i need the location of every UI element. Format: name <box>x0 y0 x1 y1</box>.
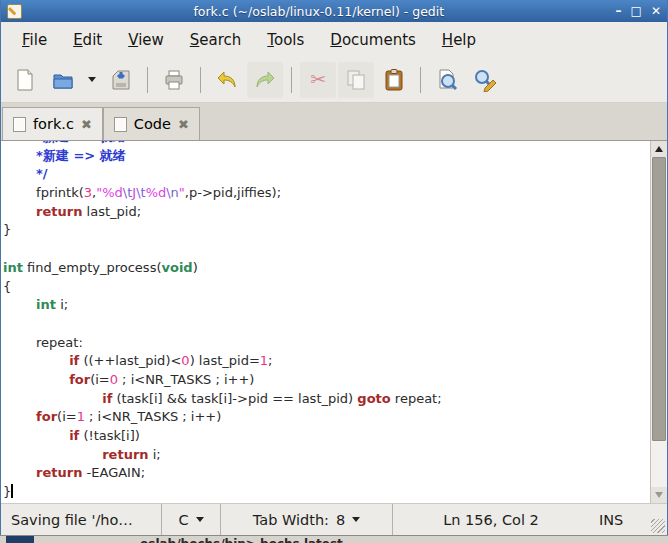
tab-label: fork.c <box>33 116 74 132</box>
minimize-icon[interactable]: – <box>616 1 622 21</box>
chevron-down-icon <box>196 517 204 522</box>
print-button[interactable] <box>156 62 192 98</box>
tab-label: Code <box>134 116 171 132</box>
scroll-down-button[interactable] <box>651 487 667 503</box>
insert-mode-indicator: INS <box>589 504 651 535</box>
scroll-up-button[interactable] <box>651 141 667 157</box>
background-window-strip: oslab/bochs/bin> bochs latest <box>0 535 668 543</box>
status-message: Saving file '/ho… <box>1 504 161 535</box>
tab-width-dropdown[interactable]: Tab Width: 8 <box>221 504 393 535</box>
toolbar-separator <box>200 67 201 93</box>
search-replace-icon <box>473 68 497 92</box>
arrow-down-icon <box>655 492 663 498</box>
copy-button[interactable] <box>338 62 374 98</box>
gedit-app-icon <box>7 4 22 19</box>
toolbar-separator <box>420 67 421 93</box>
editor: *新建 => 就绪 *新建 => 就绪 */ fprintk(3,"%d\tJ\… <box>1 140 667 503</box>
window-title: fork.c (~/oslab/linux-0.11/kernel) - ged… <box>22 4 616 19</box>
tabbar: fork.c ✖ Code ✖ <box>1 103 667 140</box>
document-icon <box>13 117 26 132</box>
arrow-up-icon <box>655 146 663 152</box>
cut-button[interactable]: ✂ <box>300 62 336 98</box>
statusbar: Saving file '/ho… C Tab Width: 8 Ln 156,… <box>1 503 667 535</box>
background-window-text: oslab/bochs/bin> bochs latest <box>140 536 343 543</box>
open-dropdown-button[interactable] <box>83 62 101 98</box>
language-dropdown[interactable]: C <box>162 504 220 535</box>
code-text: *新建 => 就绪 *新建 => 就绪 */ fprintk(3,"%d\tJ\… <box>1 141 650 502</box>
close-icon[interactable]: ✕ <box>651 1 661 21</box>
tab-close-icon[interactable]: ✖ <box>81 117 92 132</box>
open-button[interactable] <box>45 62 81 98</box>
menu-tools[interactable]: Tools <box>256 27 315 53</box>
new-document-button[interactable] <box>7 62 43 98</box>
scrollbar-track[interactable] <box>651 157 667 487</box>
background-window-block <box>6 536 34 543</box>
open-folder-icon <box>51 68 75 92</box>
new-document-icon <box>13 68 37 92</box>
search-icon <box>435 68 459 92</box>
tab-code[interactable]: Code ✖ <box>103 107 200 140</box>
resize-grip-icon[interactable] <box>651 519 665 533</box>
document-icon <box>114 117 127 132</box>
menu-view[interactable]: View <box>117 27 175 53</box>
save-icon <box>109 68 133 92</box>
code-area[interactable]: *新建 => 就绪 *新建 => 就绪 */ fprintk(3,"%d\tJ\… <box>1 141 650 503</box>
scrollbar-thumb[interactable] <box>652 157 666 441</box>
replace-button[interactable] <box>467 62 503 98</box>
tab-width-value: 8 <box>336 512 345 528</box>
redo-icon <box>253 68 277 92</box>
maximize-icon[interactable]: □ <box>631 1 642 21</box>
printer-icon <box>162 68 186 92</box>
undo-icon <box>215 68 239 92</box>
toolbar-separator <box>147 67 148 93</box>
menubar: File Edit View Search Tools Documents He… <box>1 22 667 57</box>
paste-button[interactable] <box>376 62 412 98</box>
copy-icon <box>344 68 368 92</box>
titlebar[interactable]: fork.c (~/oslab/linux-0.11/kernel) - ged… <box>1 0 667 22</box>
gedit-window: fork.c (~/oslab/linux-0.11/kernel) - ged… <box>0 0 668 535</box>
cursor-position: Ln 156, Col 2 <box>393 504 589 535</box>
chevron-down-icon <box>88 77 96 82</box>
undo-button[interactable] <box>209 62 245 98</box>
menu-edit[interactable]: Edit <box>62 27 113 53</box>
toolbar-separator <box>291 67 292 93</box>
menu-documents[interactable]: Documents <box>319 27 427 53</box>
scissors-icon: ✂ <box>310 70 326 89</box>
redo-button[interactable] <box>247 62 283 98</box>
save-button[interactable] <box>103 62 139 98</box>
tab-close-icon[interactable]: ✖ <box>178 117 189 132</box>
menu-help[interactable]: Help <box>431 27 487 53</box>
clipboard-icon <box>382 68 406 92</box>
vertical-scrollbar[interactable] <box>650 141 667 503</box>
tab-width-label: Tab Width: <box>253 512 329 528</box>
menu-search[interactable]: Search <box>179 27 253 53</box>
tab-fork-c[interactable]: fork.c ✖ <box>2 107 103 140</box>
find-button[interactable] <box>429 62 465 98</box>
menu-file[interactable]: File <box>11 27 58 53</box>
language-value: C <box>178 512 188 528</box>
toolbar: ✂ <box>1 57 667 103</box>
chevron-down-icon <box>352 517 360 522</box>
